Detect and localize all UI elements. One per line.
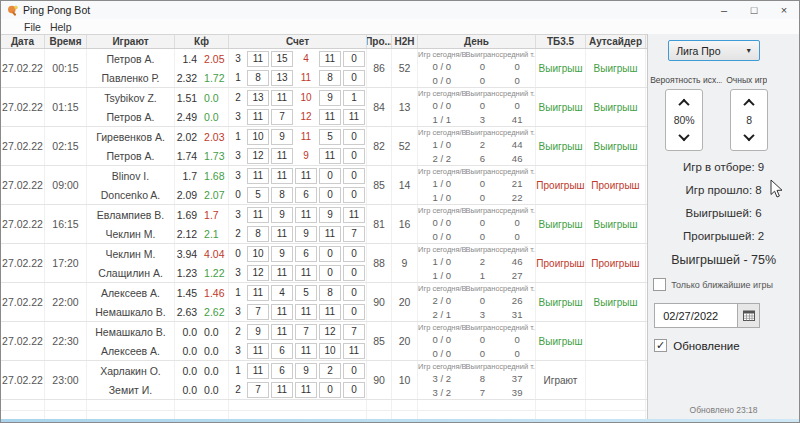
league-select[interactable]: Лига Про ▼ <box>668 40 760 61</box>
game-score-cell: 0 <box>343 168 365 184</box>
players-cell: Чеклин М. Слащилин А. <box>87 244 175 282</box>
game-score-cell: 9 <box>319 90 341 106</box>
game-score-cell: 0 <box>319 168 341 184</box>
table-row[interactable]: 27.02.22 16:15 Евлампиев В. Чеклин М. 1.… <box>1 205 647 244</box>
odds-open: 2.49 <box>175 111 197 123</box>
players-cell: Blinov I. Doncenko A. <box>87 166 175 204</box>
sets-won: 2 <box>231 384 245 395</box>
day-stat-value: 0 <box>466 192 500 203</box>
header-day: День <box>418 35 536 48</box>
game-score-cell: 11 <box>319 304 341 320</box>
menu-help[interactable]: Help <box>50 21 72 33</box>
player-name: Чеклин М. <box>87 224 174 243</box>
day-subheader: Игр сегодня/В... <box>418 50 466 59</box>
probability-stepper[interactable]: 80% <box>665 89 703 151</box>
h2h-value: 14 <box>392 166 418 204</box>
day-subheader: Выиграно п... <box>466 362 500 371</box>
pro-value: 84 <box>367 88 392 126</box>
pro-value: 88 <box>367 244 392 282</box>
game-score-cell: 11 <box>247 363 269 379</box>
header-time: Время <box>45 35 87 48</box>
date-input[interactable]: 02/27/2022 <box>654 303 738 328</box>
odds-cell: 0.00.0 0.00.0 <box>175 322 229 360</box>
match-date: 27.02.22 <box>1 283 45 321</box>
chevron-up-icon[interactable] <box>679 99 690 110</box>
odds-open: 1.4 <box>175 53 197 65</box>
game-score-cell: 0 <box>319 246 341 262</box>
table-row[interactable]: 27.02.22 17:20 Чеклин М. Слащилин А. 3.9… <box>1 244 647 283</box>
close-icon[interactable]: × <box>769 1 799 19</box>
game-score-cell: 6 <box>271 363 293 379</box>
chevron-down-icon[interactable] <box>744 130 755 141</box>
chevron-down-icon[interactable] <box>679 130 690 141</box>
header-outsider: Аутсайдер <box>586 35 646 48</box>
player-name: Чеклин М. <box>87 244 174 263</box>
header-h2h: H2H <box>392 35 418 48</box>
day-stat-value: 2 <box>466 256 500 267</box>
day-subheader: Игр сегодня/В... <box>418 245 466 254</box>
h2h-games-stepper[interactable]: 8 <box>730 89 768 151</box>
game-score-cell: 12 <box>247 265 269 281</box>
pro-value: 90 <box>367 361 392 399</box>
menu-file[interactable]: File <box>24 21 41 33</box>
table-row[interactable]: 27.02.22 00:15 Петров А. Павленко Р. 1.4… <box>1 49 647 88</box>
maximize-icon[interactable]: □ <box>739 1 769 19</box>
game-score-cell: 0 <box>343 363 365 379</box>
control-sidebar: Лига Про ▼ Вероятность исх... Очных игр … <box>648 34 799 423</box>
table-row[interactable]: 27.02.22 23:00 Харлакин О. Земит И. 0.00… <box>1 361 647 400</box>
score-cell: 213111091 3117121111 <box>229 88 367 126</box>
day-subheader: Выиграно п... <box>466 284 500 293</box>
day-subheader: Выиграно п... <box>466 167 500 176</box>
day-subheader: Игр сегодня/В... <box>418 323 466 332</box>
header-players: Играют <box>87 35 175 48</box>
player-name: Петров А. <box>87 49 174 68</box>
player-name: Земит И. <box>87 380 174 399</box>
odds-current: 1.72 <box>204 72 228 84</box>
game-score-cell: 11 <box>247 285 269 301</box>
odds-current: 0.0 <box>204 111 228 123</box>
player-name: Петров А. <box>87 107 174 126</box>
day-subheader: Выиграно п... <box>466 89 500 98</box>
pro-value: 81 <box>367 205 392 243</box>
game-score-cell: 11 <box>295 129 317 145</box>
day-stats-cell: Игр сегодня/В...Выиграно п...средний т..… <box>418 244 536 282</box>
stat-wins: Выигрышей: 6 <box>648 207 799 219</box>
match-date: 27.02.22 <box>1 205 45 243</box>
day-stat-value: 0 <box>466 217 500 228</box>
day-stat-value: 0 <box>466 348 500 359</box>
table-header-row: Дата Время Играют Кф Счет Про... H2H Ден… <box>1 34 647 49</box>
table-row[interactable]: 27.02.22 22:00 Алексеев А. Немашкало В. … <box>1 283 647 322</box>
day-subheader: средний т... <box>499 323 535 332</box>
update-checkbox[interactable]: ✓ <box>654 339 667 352</box>
odds-cell: 2.022.03 1.741.73 <box>175 127 229 165</box>
table-row[interactable]: 27.02.22 09:00 Blinov I. Doncenko A. 1.7… <box>1 166 647 205</box>
table-row[interactable]: 27.02.22 01:15 Tsybikov Z. Петров А. 1.5… <box>1 88 647 127</box>
stat-games-passed: Игр прошло: 8 <box>648 184 799 196</box>
minimize-icon[interactable]: – <box>709 1 739 19</box>
odds-open: 1.45 <box>175 287 197 299</box>
outsider-result <box>586 322 646 360</box>
day-stat-value: 6 <box>466 153 500 164</box>
day-stat-value: 0 / 0 <box>418 61 466 72</box>
matches-table: Дата Время Играют Кф Счет Про... H2H Ден… <box>1 34 648 423</box>
table-row[interactable]: 27.02.22 22:30 Немашкало В. Алексеев А. … <box>1 322 647 361</box>
game-score-cell: 0 <box>343 51 365 67</box>
chevron-up-icon[interactable] <box>744 99 755 110</box>
game-score-cell: 0 <box>319 265 341 281</box>
outsider-result: Выигрыш <box>586 283 646 321</box>
calendar-button[interactable] <box>738 303 760 328</box>
tb35-result: Проигрыш <box>536 244 586 282</box>
odds-current: 4.04 <box>204 248 228 260</box>
odds-open: 2.32 <box>175 72 197 84</box>
day-stat-value: 0 <box>466 334 500 345</box>
game-score-cell: 8 <box>247 226 269 242</box>
player-name: Петров А. <box>87 146 174 165</box>
table-row[interactable]: 27.02.22 02:15 Гиревенков А. Петров А. 2… <box>1 127 647 166</box>
sets-won: 3 <box>231 267 245 278</box>
game-score-cell: 9 <box>295 226 317 242</box>
game-score-cell: 6 <box>271 343 293 359</box>
day-stats-cell: Игр сегодня/В...Выиграно п...средний т..… <box>418 205 536 243</box>
day-stat-value: 41 <box>499 114 535 125</box>
nearest-games-checkbox[interactable] <box>653 278 666 291</box>
day-stat-value: 2 / 1 <box>418 309 466 320</box>
